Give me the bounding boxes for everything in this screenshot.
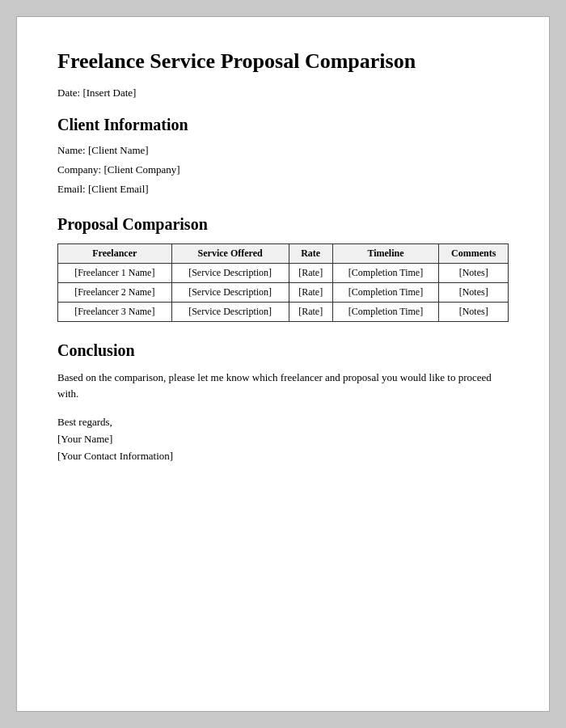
col-header-timeline: Timeline (332, 244, 439, 264)
table-row: [Freelancer 1 Name][Service Description]… (58, 264, 509, 283)
table-cell: [Completion Time] (332, 303, 439, 322)
table-cell: [Completion Time] (332, 283, 439, 303)
table-cell: [Service Description] (171, 283, 289, 303)
sign-off: Best regards,[Your Name][Your Contact In… (57, 414, 509, 464)
proposal-comparison-section: Proposal Comparison Freelancer Service O… (57, 215, 509, 322)
proposal-section-heading: Proposal Comparison (57, 215, 509, 234)
table-row: [Freelancer 3 Name][Service Description]… (58, 303, 509, 322)
table-cell: [Service Description] (171, 264, 289, 283)
table-cell: [Service Description] (171, 303, 289, 322)
table-cell: [Notes] (439, 264, 509, 283)
table-cell: [Freelancer 1 Name] (58, 264, 172, 283)
table-cell: [Rate] (289, 303, 332, 322)
table-row: [Freelancer 2 Name][Service Description]… (58, 283, 509, 303)
document-date: Date: [Insert Date] (57, 87, 509, 99)
comparison-table: Freelancer Service Offered Rate Timeline… (57, 243, 509, 322)
client-company-field: Company: [Client Company] (57, 163, 509, 176)
conclusion-body: Based on the comparison, please let me k… (57, 370, 509, 401)
client-email-field: Email: [Client Email] (57, 183, 509, 196)
table-header-row: Freelancer Service Offered Rate Timeline… (58, 244, 509, 264)
table-cell: [Freelancer 3 Name] (58, 303, 172, 322)
table-cell: [Freelancer 2 Name] (58, 283, 172, 303)
client-information-section: Client Information Name: [Client Name] C… (57, 116, 509, 196)
col-header-rate: Rate (289, 244, 332, 264)
table-cell: [Rate] (289, 283, 332, 303)
col-header-freelancer: Freelancer (58, 244, 172, 264)
client-section-heading: Client Information (57, 116, 509, 134)
table-cell: [Rate] (289, 264, 332, 283)
document-title: Freelance Service Proposal Comparison (57, 49, 509, 74)
table-cell: [Completion Time] (332, 264, 439, 283)
col-header-service: Service Offered (171, 244, 289, 264)
conclusion-heading: Conclusion (57, 341, 509, 360)
table-cell: [Notes] (439, 303, 509, 322)
conclusion-section: Conclusion Based on the comparison, plea… (57, 341, 509, 464)
col-header-comments: Comments (439, 244, 509, 264)
client-name-field: Name: [Client Name] (57, 144, 509, 157)
table-cell: [Notes] (439, 283, 509, 303)
document-page: Freelance Service Proposal Comparison Da… (16, 16, 550, 712)
